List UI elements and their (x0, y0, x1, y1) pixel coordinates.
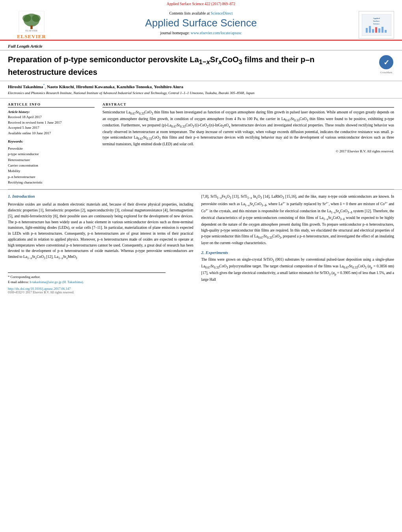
sciencedirect-link[interactable]: Contents lists available at ScienceDirec… (59, 11, 343, 15)
elsevier-logo-area: ELSEVIER ELSEVIER (8, 9, 55, 40)
corresponding-label: * Corresponding author. (8, 275, 40, 279)
main-left-column: 1. Introduction Perovskite oxides are us… (8, 194, 193, 294)
svg-rect-14 (378, 28, 380, 33)
page-header: ELSEVIER ELSEVIER Contents lists availab… (0, 6, 402, 41)
revised-date: Received in revised form 1 June 2017 (8, 120, 61, 124)
crossmark-label: CrossMark (378, 71, 394, 74)
crossmark-icon: ✓ (378, 54, 394, 70)
keyword-6: p–n heterostructure (8, 174, 95, 180)
info-abstract-section: ARTICLE INFO Article history: Received 1… (0, 98, 402, 189)
elsevier-logo: ELSEVIER ELSEVIER (17, 11, 46, 40)
sciencedirect-label[interactable]: ScienceDirect (210, 11, 233, 15)
footnote-area: * Corresponding author. E-mail address: … (8, 272, 166, 285)
svg-rect-12 (372, 29, 374, 33)
section-1-title: 1. Introduction (8, 194, 35, 198)
section-1-body: Perovskite oxides are useful as modern e… (8, 202, 193, 261)
keywords-section: Keywords: Perovskite p-type semiconducto… (8, 139, 95, 185)
section-2-body: The films were grown on single-crystal S… (201, 257, 394, 283)
authors-section: Hiroshi Takashima*, Naoto Kikuchi, Hirof… (0, 81, 402, 90)
journal-logo-icon: Applied Surface Science (362, 14, 391, 36)
abstract-column: ABSTRACT Semiconductor La0.67Sr0.33CoO3 … (102, 102, 394, 185)
accepted-date: Accepted 5 June 2017 (8, 126, 39, 130)
author-4: Kazuhiko Tonooka (117, 84, 152, 89)
keyword-5: Mobility (8, 168, 95, 174)
keyword-4: Carrier concentration (8, 163, 95, 168)
author-2: Naoto Kikuchi (47, 84, 74, 89)
svg-rect-15 (382, 27, 383, 33)
author-5: Yoshihiro Aiura (154, 84, 183, 89)
svg-text:Science: Science (373, 23, 380, 25)
article-info-header: ARTICLE INFO (8, 102, 95, 108)
crossmark-badge[interactable]: ✓ CrossMark (378, 54, 394, 74)
history-label: Article history: (8, 110, 30, 114)
svg-text:✓: ✓ (383, 59, 389, 67)
author-3: Hirofumi Kawanaka (76, 84, 114, 89)
svg-rect-16 (385, 30, 387, 33)
homepage-url[interactable]: www.elsevier.com/locate/apsusc (191, 31, 242, 35)
svg-text:Applied: Applied (373, 17, 380, 19)
title-section: Preparation of p-type semiconductor pero… (0, 50, 402, 81)
keyword-2: p-type semiconductor (8, 151, 95, 157)
affiliation: Electronics and Photonics Research Insti… (0, 89, 402, 98)
abstract-text: Semiconductor La0.67Sr0.33CoO3 thin film… (102, 109, 394, 147)
svg-point-2 (22, 15, 31, 22)
section-2-header-area: 2. Experiments (201, 250, 394, 255)
keyword-3: Heterostructure (8, 157, 95, 163)
elsevier-name: ELSEVIER (17, 33, 46, 40)
svg-point-3 (32, 15, 41, 22)
email-address[interactable]: h-takashima@aist.go.jp (H. Takashima). (30, 280, 84, 284)
journal-reference[interactable]: Applied Surface Science 422 (2017) 869–8… (167, 2, 235, 6)
article-title: Preparation of p-type semiconductor pero… (8, 54, 378, 78)
main-content: 1. Introduction Perovskite oxides are us… (0, 189, 402, 298)
keywords-label: Keywords: (8, 139, 23, 143)
svg-text:ELSEVIER: ELSEVIER (26, 29, 38, 32)
header-right: Applied Surface Science (347, 9, 394, 39)
svg-rect-11 (369, 26, 371, 33)
section-1-right-body: [7,8], SrTi1−xFexO3 [13], SrTi1−x InxO3 … (201, 194, 394, 246)
article-info-column: ARTICLE INFO Article history: Received 1… (8, 102, 95, 185)
svg-text:Surface: Surface (373, 20, 380, 22)
article-type-bar: Full Length Article (0, 41, 402, 50)
corresponding-author-note: * Corresponding author. (8, 274, 166, 280)
doi-link[interactable]: http://dx.doi.org/10.1016/j.apsusc.2017.… (8, 287, 193, 291)
received-date: Received 18 April 2017 (8, 115, 42, 119)
abstract-header: ABSTRACT (102, 102, 394, 108)
section-2-title: 2. Experiments (201, 250, 228, 255)
elsevier-tree-icon: ELSEVIER (18, 11, 45, 33)
keyword-7: Rectifying characteristic (8, 180, 95, 185)
svg-rect-10 (366, 28, 368, 33)
header-center: Contents lists available at ScienceDirec… (55, 9, 347, 38)
svg-rect-4 (30, 26, 33, 29)
keyword-1: Perovskite (8, 146, 95, 151)
email-label: E-mail address: (8, 280, 29, 284)
email-line: E-mail address: h-takashima@aist.go.jp (… (8, 280, 166, 285)
page: Applied Surface Science 422 (2017) 869–8… (0, 0, 402, 532)
main-right-column: [7,8], SrTi1−xFexO3 [13], SrTi1−x InxO3 … (201, 194, 394, 294)
article-history: Article history: Received 18 April 2017 … (8, 109, 95, 136)
svg-rect-13 (375, 27, 377, 33)
author-1: Hiroshi Takashima (8, 84, 43, 89)
journal-logo: Applied Surface Science (359, 11, 394, 39)
journal-title: Applied Surface Science (59, 17, 343, 29)
section-1-header-area: 1. Introduction (8, 194, 193, 198)
issn-text: 0169-4332/© 2017 Elsevier B.V. All right… (8, 291, 193, 294)
doi-area: http://dx.doi.org/10.1016/j.apsusc.2017.… (8, 287, 193, 294)
available-date: Available online 10 June 2017 (8, 131, 51, 135)
copyright: © 2017 Elsevier B.V. All rights reserved… (102, 149, 394, 153)
article-type: Full Length Article (8, 44, 43, 48)
journal-homepage: journal homepage: www.elsevier.com/locat… (59, 31, 343, 35)
